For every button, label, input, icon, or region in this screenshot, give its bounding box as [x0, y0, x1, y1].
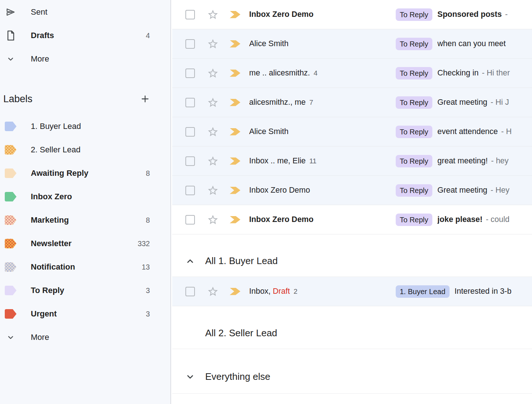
sidebar-label-inbox-zero[interactable]: Inbox Zero — [0, 185, 170, 208]
star-icon[interactable] — [207, 126, 219, 138]
importance-marker-icon[interactable] — [230, 128, 240, 136]
star-icon[interactable] — [207, 185, 219, 196]
checkbox[interactable] — [185, 10, 195, 19]
subject: when can you meet — [437, 39, 506, 48]
star-icon[interactable] — [207, 38, 219, 50]
label-tag-icon — [5, 168, 16, 178]
subject: Sponsored posts — [437, 10, 502, 19]
subject: event attendence — [437, 127, 498, 136]
sidebar-label-name: 2. Seller Lead — [31, 145, 81, 155]
section-title: Everything else — [205, 371, 270, 382]
sidebar-label-to-reply[interactable]: To Reply 3 — [0, 279, 170, 302]
label-tag-icon — [5, 239, 16, 248]
star-icon[interactable] — [207, 97, 219, 108]
snippet: - Hey — [491, 186, 509, 195]
section-header-seller-lead: All 2. Seller Lead — [172, 306, 532, 349]
snippet: - Hi ther — [482, 68, 510, 78]
importance-marker-icon[interactable] — [230, 70, 240, 77]
sidebar-label-count: 3 — [146, 310, 150, 318]
checkbox[interactable] — [185, 215, 195, 225]
label-badge[interactable]: To Reply — [396, 184, 432, 197]
mail-list: Inbox Zero Demo To Reply Sponsored posts… — [171, 0, 532, 404]
star-icon[interactable] — [207, 155, 219, 167]
star-icon[interactable] — [207, 67, 219, 79]
label-badge[interactable]: To Reply — [396, 38, 432, 50]
importance-marker-icon[interactable] — [230, 157, 240, 165]
checkbox[interactable] — [185, 68, 195, 78]
importance-marker-icon[interactable] — [230, 40, 240, 48]
checkbox[interactable] — [185, 287, 195, 296]
sidebar-label-count: 3 — [146, 286, 150, 295]
sidebar-label-notification[interactable]: Notification 13 — [0, 255, 170, 279]
sidebar-label-buyer-lead[interactable]: 1. Buyer Lead — [0, 115, 170, 138]
snippet: - hey — [491, 156, 509, 166]
sender-name: Inbox Zero Demo — [249, 10, 314, 19]
star-icon[interactable] — [207, 286, 219, 297]
importance-marker-icon[interactable] — [230, 99, 240, 106]
label-badge[interactable]: 1. Buyer Lead — [396, 285, 450, 298]
sender-name: alicesmithz., me — [249, 98, 306, 107]
draft-indicator: Draft — [273, 287, 290, 296]
snippet: - H — [501, 127, 512, 136]
sidebar-label-name: Notification — [31, 262, 75, 272]
sidebar-labels-more[interactable]: More — [0, 326, 170, 349]
chevron-down-icon[interactable] — [185, 372, 195, 382]
mail-row[interactable]: Inbox Zero Demo To Reply Great meeting- … — [172, 176, 532, 205]
label-badge[interactable]: To Reply — [396, 8, 432, 21]
sidebar-label-newsletter[interactable]: Newsletter 332 — [0, 232, 170, 255]
label-tag-icon — [5, 192, 16, 201]
checkbox[interactable] — [185, 98, 195, 107]
subject: Great meeting — [437, 98, 487, 107]
sidebar-label-awaiting-reply[interactable]: Awaiting Reply 8 — [0, 162, 170, 185]
section-header-buyer-lead: All 1. Buyer Lead — [172, 234, 532, 277]
add-label-button[interactable] — [140, 94, 150, 104]
checkbox[interactable] — [185, 186, 195, 195]
mail-row[interactable]: alicesmithz., me7 To Reply Great meeting… — [172, 88, 532, 117]
sidebar-label-seller-lead[interactable]: 2. Seller Lead — [0, 138, 170, 162]
sidebar-label-count: 8 — [146, 169, 150, 178]
subject: Interested in 3-b — [455, 287, 511, 296]
sidebar-label-name: To Reply — [31, 286, 64, 295]
mail-row-buyer-lead[interactable]: Inbox, Draft 2 1. Buyer Lead Interested … — [172, 277, 532, 306]
importance-marker-icon[interactable] — [230, 11, 240, 18]
importance-marker-icon[interactable] — [230, 187, 240, 194]
sidebar-item-sent[interactable]: Sent — [0, 0, 170, 24]
label-tag-icon — [5, 262, 16, 272]
label-badge[interactable]: To Reply — [396, 214, 432, 226]
labels-header: Labels — [0, 89, 170, 109]
importance-marker-icon[interactable] — [230, 288, 240, 295]
mail-row[interactable]: Alice Smith To Reply when can you meet — [172, 29, 532, 59]
checkbox[interactable] — [185, 127, 195, 137]
chevron-down-icon — [4, 333, 17, 342]
sidebar-label-urgent[interactable]: Urgent 3 — [0, 302, 170, 326]
mail-row[interactable]: me .. alicesmithz.4 To Reply Checking in… — [172, 59, 532, 88]
importance-marker-icon[interactable] — [230, 216, 240, 223]
label-badge[interactable]: To Reply — [396, 126, 432, 138]
sidebar-item-more[interactable]: More — [0, 47, 170, 71]
section-header-everything-else: Everything else — [172, 349, 532, 394]
section-title: All 1. Buyer Lead — [205, 255, 278, 267]
sidebar-label-count: 8 — [146, 216, 150, 225]
label-tag-icon — [5, 122, 16, 131]
label-badge[interactable]: To Reply — [396, 155, 432, 167]
star-icon[interactable] — [207, 9, 219, 21]
checkbox[interactable] — [185, 156, 195, 166]
mail-row[interactable]: Inbox Zero Demo To Reply Sponsored posts… — [172, 0, 532, 29]
mail-row[interactable]: Alice Smith To Reply event attendence- H — [172, 117, 532, 147]
subject: Checking in — [437, 68, 479, 78]
sidebar-label-name: Newsletter — [31, 239, 71, 248]
mail-row[interactable]: Inbox .. me, Elie11 To Reply great meeti… — [172, 147, 532, 176]
checkbox[interactable] — [185, 39, 195, 49]
chevron-up-icon[interactable] — [185, 256, 195, 266]
sender-name: Inbox .. me, Elie — [249, 156, 306, 166]
send-icon — [4, 7, 17, 17]
sidebar-label-marketing[interactable]: Marketing 8 — [0, 208, 170, 232]
thread-count: 4 — [314, 69, 318, 77]
star-icon[interactable] — [207, 214, 219, 226]
sender-name: Inbox Zero Demo — [249, 215, 314, 224]
label-badge[interactable]: To Reply — [396, 67, 432, 79]
sidebar-item-drafts[interactable]: Drafts 4 — [0, 24, 170, 47]
mail-row[interactable]: Inbox Zero Demo To Reply joke please!- c… — [172, 205, 532, 234]
sidebar-label-name: Awaiting Reply — [31, 168, 88, 178]
label-badge[interactable]: To Reply — [396, 96, 432, 109]
